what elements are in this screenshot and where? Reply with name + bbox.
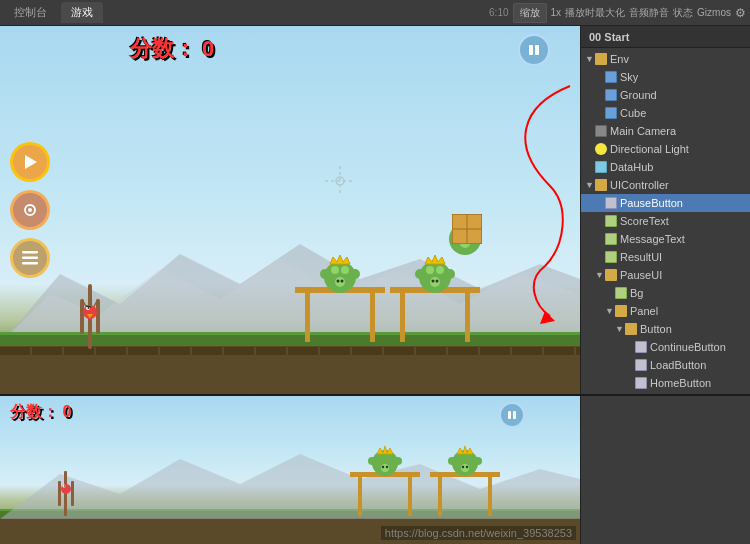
svg-rect-62 xyxy=(513,411,516,419)
watermark: https://blog.csdn.net/weixin_39538253 xyxy=(381,526,576,540)
hierarchy-item-pauseui[interactable]: ▼ PauseUI xyxy=(581,266,750,284)
hierarchy-item-sky[interactable]: Sky xyxy=(581,68,750,86)
label-scoretext: ScoreText xyxy=(620,215,669,227)
svg-point-6 xyxy=(28,208,32,212)
svg-rect-64 xyxy=(58,481,61,506)
label-pausebutton: PauseButton xyxy=(620,197,683,209)
toolbar-gizmos[interactable]: Gizmos xyxy=(697,7,731,18)
game-viewport: 分数： 0 xyxy=(0,26,580,394)
svg-rect-8 xyxy=(22,257,38,260)
svg-point-31 xyxy=(341,280,344,283)
icon-ground xyxy=(605,89,617,101)
crosshair xyxy=(325,166,355,196)
bottom-pause-button[interactable] xyxy=(499,402,525,428)
bottom-score: 分数： 0 xyxy=(10,402,71,423)
sidebar-buttons xyxy=(10,142,50,278)
tab-game[interactable]: 游戏 xyxy=(61,2,103,23)
svg-rect-80 xyxy=(488,476,492,516)
icon-cube-item xyxy=(605,107,617,119)
hierarchy-item-loadbutton[interactable]: LoadButton xyxy=(581,356,750,374)
arrow-panel: ▼ xyxy=(605,306,615,316)
score-label: 分数： 0 xyxy=(130,34,214,64)
hierarchy-item-cube[interactable]: Cube xyxy=(581,104,750,122)
icon-homebutton xyxy=(635,377,647,389)
hierarchy-item-panel[interactable]: ▼ Panel xyxy=(581,302,750,320)
arrow-button: ▼ xyxy=(615,324,625,334)
hierarchy-item-uicontroller[interactable]: ▼ UIController xyxy=(581,176,750,194)
bottom-structure-1 xyxy=(350,436,420,516)
icon-messagetext xyxy=(605,233,617,245)
settings-icon[interactable]: ⚙ xyxy=(735,6,746,20)
svg-point-74 xyxy=(382,466,384,468)
svg-rect-61 xyxy=(508,411,511,419)
label-button: Button xyxy=(640,323,672,335)
svg-rect-7 xyxy=(22,251,38,254)
label-bg: Bg xyxy=(630,287,643,299)
hierarchy-header: 00 Start xyxy=(581,26,750,48)
label-maincamera: Main Camera xyxy=(610,125,676,137)
icon-datahub xyxy=(595,161,607,173)
arrow-uicontroller: ▼ xyxy=(585,180,595,190)
play-button[interactable] xyxy=(10,142,50,182)
hierarchy-list[interactable]: ▼ Env Sky Ground xyxy=(581,48,750,394)
svg-point-42 xyxy=(432,280,435,283)
label-uicontroller: UIController xyxy=(610,179,669,191)
hierarchy-item-ground[interactable]: Ground xyxy=(581,86,750,104)
svg-point-85 xyxy=(466,466,468,468)
hierarchy-item-pausebutton[interactable]: PauseButton xyxy=(581,194,750,212)
icon-panel xyxy=(615,305,627,317)
svg-marker-86 xyxy=(457,446,473,454)
hierarchy-title: 00 Start xyxy=(589,31,629,43)
svg-marker-76 xyxy=(377,446,393,454)
svg-rect-23 xyxy=(305,292,310,342)
icon-continuebutton xyxy=(635,341,647,353)
icon-scoretext xyxy=(605,215,617,227)
toolbar-zoom-label[interactable]: 缩放 xyxy=(513,3,547,23)
hierarchy-item-button[interactable]: ▼ Button xyxy=(581,320,750,338)
toolbar-audio[interactable]: 音频静音 xyxy=(629,6,669,20)
label-continuebutton: ContinueButton xyxy=(650,341,726,353)
hierarchy-item-homebutton[interactable]: HomeButton xyxy=(581,374,750,392)
svg-rect-3 xyxy=(535,45,539,55)
label-cube: Cube xyxy=(620,107,646,119)
hierarchy-item-datahub[interactable]: DataHub xyxy=(581,158,750,176)
svg-point-40 xyxy=(436,266,444,274)
label-sky: Sky xyxy=(620,71,638,83)
toolbar-scale: 1x xyxy=(551,7,562,18)
hierarchy-item-main-camera[interactable]: Main Camera xyxy=(581,122,750,140)
svg-point-87 xyxy=(448,457,456,465)
tab-console[interactable]: 控制台 xyxy=(4,2,57,23)
hierarchy-item-scoretext[interactable]: ScoreText xyxy=(581,212,750,230)
menu-button[interactable] xyxy=(10,238,50,278)
svg-rect-24 xyxy=(370,292,375,342)
svg-rect-70 xyxy=(408,476,412,516)
label-dirlight: Directional Light xyxy=(610,143,689,155)
label-messagetext: MessageText xyxy=(620,233,685,245)
icon-pausebutton xyxy=(605,197,617,209)
label-datahub: DataHub xyxy=(610,161,653,173)
arrow-pauseui: ▼ xyxy=(595,270,605,280)
toolbar-maximize[interactable]: 播放时最大化 xyxy=(565,6,625,20)
toolbar-stats[interactable]: 状态 xyxy=(673,6,693,20)
hierarchy-item-messagetext[interactable]: MessageText xyxy=(581,230,750,248)
icon-resultui xyxy=(605,251,617,263)
hierarchy-item-resultui[interactable]: ResultUI xyxy=(581,248,750,266)
svg-marker-32 xyxy=(330,255,350,264)
svg-point-66 xyxy=(61,484,71,494)
svg-point-83 xyxy=(461,464,469,472)
hierarchy-item-continuebutton[interactable]: ContinueButton xyxy=(581,338,750,356)
svg-point-84 xyxy=(462,466,464,468)
hierarchy-item-bg[interactable]: Bg xyxy=(581,284,750,302)
circular-button[interactable] xyxy=(10,190,50,230)
label-pauseui: PauseUI xyxy=(620,269,662,281)
svg-rect-14 xyxy=(80,299,84,334)
hierarchy-item-directional-light[interactable]: Directional Light xyxy=(581,140,750,158)
svg-rect-36 xyxy=(465,292,470,342)
pause-button-top[interactable] xyxy=(518,34,550,66)
hierarchy-item-env[interactable]: ▼ Env xyxy=(581,50,750,68)
icon-sky xyxy=(605,71,617,83)
hierarchy-panel: 00 Start ▼ Env Sky xyxy=(580,26,750,394)
label-loadbutton: LoadButton xyxy=(650,359,706,371)
svg-marker-44 xyxy=(425,255,445,264)
icon-uicontroller xyxy=(595,179,607,191)
